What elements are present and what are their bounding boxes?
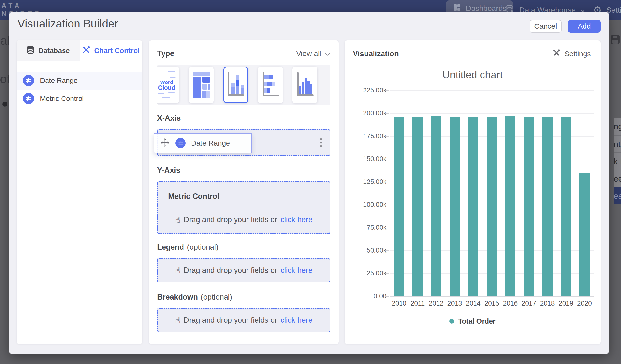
- background-menu-item[interactable]: eekly: [614, 170, 621, 187]
- field-label: Metric Control: [40, 95, 84, 103]
- gridline: [390, 113, 594, 114]
- background-menu-item[interactable]: ear: [614, 187, 621, 204]
- x-axis-heading: X-Axis: [157, 114, 330, 123]
- chart-type-stacked-column-selected[interactable]: [223, 67, 248, 103]
- tune-icon: [175, 138, 186, 148]
- field-row-date-range[interactable]: Date Range: [17, 71, 142, 89]
- hand-click-icon: ☝: [175, 315, 180, 325]
- gridline: [390, 90, 594, 91]
- drop-hint-text: Drag and drop your fields or: [184, 316, 277, 325]
- stacked-column-thumbnail: [226, 71, 245, 99]
- nav-item-label: Setti: [606, 6, 621, 15]
- y-axis-tick-label: 200.00k: [350, 109, 386, 117]
- database-icon: [26, 46, 34, 56]
- y-axis-drop-zone[interactable]: Metric Control ☝ Drag and drop your fiel…: [157, 181, 330, 234]
- horizontal-bar-thumbnail: [261, 71, 280, 99]
- axis-tick: [385, 250, 389, 251]
- view-all-dropdown[interactable]: View all: [296, 49, 330, 58]
- kebab-menu-icon[interactable]: [320, 139, 322, 147]
- chart-bar-2012: [431, 116, 441, 296]
- word-mark: [168, 92, 175, 93]
- chart-bar-2017: [524, 117, 534, 296]
- background-dropdown: ngenthlyk Dateeeklyear: [614, 118, 621, 204]
- chevron-down-icon: [325, 49, 330, 58]
- hand-click-icon: ☝: [175, 215, 180, 225]
- chip-label: Date Range: [191, 139, 230, 147]
- dragged-field-chip[interactable]: Date Range: [154, 133, 252, 153]
- save-icon[interactable]: [610, 35, 620, 45]
- chart-type-word-cloud[interactable]: Word Cloud: [157, 67, 179, 103]
- y-axis-tick-label: 100.00k: [350, 201, 386, 208]
- chart-bar-2019: [561, 117, 571, 296]
- axis-tick: [385, 296, 389, 297]
- chart-bar-2014: [468, 117, 478, 296]
- y-axis-tick-label: 25.00k: [350, 270, 386, 277]
- word-cloud-thumbnail: Word Cloud: [158, 79, 175, 90]
- tune-icon: [23, 93, 34, 104]
- add-button[interactable]: Add: [568, 20, 601, 33]
- y-axis-tick-label: 175.00k: [350, 132, 386, 140]
- breakdown-drop-zone[interactable]: ☝ Drag and drop your fields or click her…: [157, 308, 330, 332]
- drop-hint-text: Drag and drop your fields or: [184, 266, 277, 275]
- chart-bar-2016: [505, 116, 515, 296]
- legend-label: Total Order: [458, 317, 495, 325]
- click-here-link[interactable]: click here: [281, 316, 312, 325]
- tab-database[interactable]: Database: [17, 40, 80, 61]
- chart-type-horizontal-bar[interactable]: [258, 67, 283, 103]
- click-here-link[interactable]: click here: [281, 215, 312, 224]
- field-label: Date Range: [40, 77, 78, 85]
- screen: ATA NSIDER Dashboards Data Warehouse: [0, 0, 621, 364]
- type-heading: Type: [157, 49, 174, 58]
- modal-title: Visualization Builder: [17, 17, 118, 30]
- y-axis-tick-label: 150.00k: [350, 155, 386, 163]
- breakdown-heading: Breakdown (optional): [157, 293, 330, 301]
- legend-heading: Legend (optional): [157, 243, 330, 252]
- fields-panel-tabs: Database Chart Control: [17, 40, 142, 61]
- move-icon: [160, 138, 170, 149]
- control-field-list: Date Range Metric Control: [17, 71, 142, 107]
- field-row-metric-control[interactable]: Metric Control: [17, 89, 142, 107]
- word-mark: [162, 97, 170, 98]
- legend-drop-zone[interactable]: ☝ Drag and drop your fields or click her…: [157, 258, 330, 282]
- zone-title: Metric Control: [168, 192, 219, 201]
- visualization-chart: 225.00k200.00k175.00k150.00k125.00k100.0…: [345, 40, 601, 344]
- axis-tick: [385, 273, 389, 274]
- cancel-button[interactable]: Cancel: [530, 20, 562, 33]
- x-axis-drop-zone[interactable]: Date Range: [157, 129, 330, 156]
- y-axis-tick-label: 75.00k: [350, 224, 386, 231]
- view-all-label: View all: [296, 49, 321, 58]
- tools-icon: [82, 46, 90, 56]
- axis-tick: [385, 136, 389, 137]
- axis-tick: [385, 182, 389, 182]
- tab-chart-control[interactable]: Chart Control: [80, 40, 143, 61]
- background-bullet: [2, 102, 7, 106]
- fields-panel: Database Chart Control: [17, 40, 142, 344]
- background-menu-item[interactable]: k Date: [614, 152, 621, 170]
- treemap-thumbnail: [192, 71, 210, 99]
- chart-bar-2010: [394, 117, 404, 296]
- y-axis-tick-label: 50.00k: [350, 247, 386, 254]
- chart-bar-2011: [413, 117, 423, 296]
- axis-tick: [385, 227, 389, 228]
- word-mark: [157, 72, 163, 73]
- legend-item[interactable]: Total Order: [345, 317, 601, 325]
- click-here-link[interactable]: click here: [281, 266, 312, 275]
- legend-dot-icon: [449, 319, 454, 324]
- visualization-builder-modal: Visualization Builder Cancel Add Databas…: [9, 12, 609, 354]
- tune-icon: [23, 75, 34, 86]
- chart-bar-2018: [542, 117, 553, 296]
- drop-hint-text: Drag and drop your fields or: [184, 215, 277, 224]
- chart-type-column[interactable]: [293, 67, 317, 103]
- visualization-panel: Visualization Settings Untitled chart 22…: [345, 40, 601, 344]
- tab-label: Chart Control: [94, 47, 140, 55]
- tab-label: Database: [38, 47, 70, 55]
- y-axis-tick-label: 125.00k: [350, 178, 386, 186]
- column-thumbnail: [295, 71, 314, 99]
- word-mark: [170, 77, 176, 78]
- chart-bar-2013: [450, 117, 460, 296]
- chart-type-treemap[interactable]: [189, 67, 214, 103]
- hand-click-icon: ☝: [175, 265, 180, 275]
- background-menu-item[interactable]: nge: [614, 118, 621, 135]
- background-menu-item[interactable]: nthly: [614, 135, 621, 152]
- chart-bar-2020: [579, 173, 590, 296]
